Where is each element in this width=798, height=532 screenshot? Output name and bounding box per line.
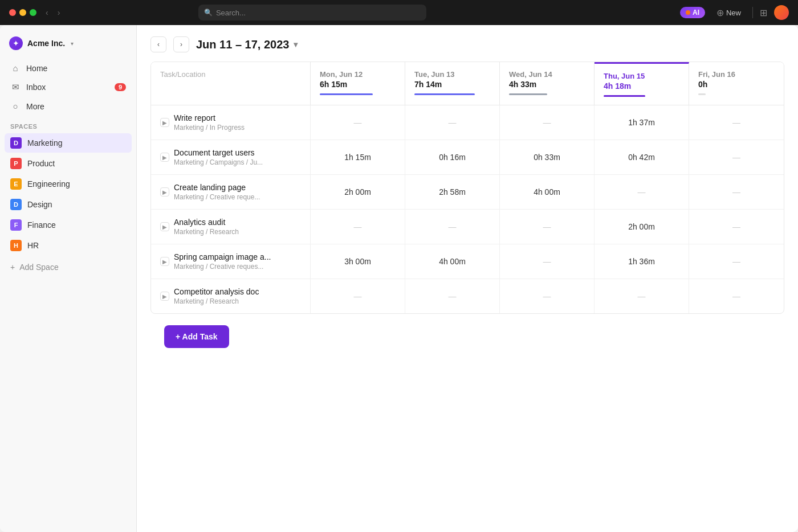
ai-badge[interactable]: AI xyxy=(680,7,705,18)
thu-day: Thu, Jun 15 xyxy=(604,72,679,80)
finance-label: Finance xyxy=(27,220,56,230)
hr-avatar: H xyxy=(10,240,22,251)
workspace-logo: ✦ xyxy=(9,36,23,50)
sidebar-nav: ⌂ Home ✉ Inbox 9 ○ More xyxy=(0,59,136,116)
engineering-avatar: E xyxy=(10,178,22,190)
tue-day: Tue, Jun 13 xyxy=(414,70,490,79)
task-name-competitor-analysis: Competitor analysis doc xyxy=(174,287,259,296)
space-item-product[interactable]: P Product xyxy=(5,154,132,173)
new-button[interactable]: ⊕ New xyxy=(712,5,746,21)
time-write-report-wed: — xyxy=(500,105,595,140)
task-cell-write-report: ▶ Write report Marketing / In Progress xyxy=(151,105,311,140)
time-analytics-audit-tue: — xyxy=(405,210,500,244)
expand-competitor-analysis[interactable]: ▶ xyxy=(160,292,169,301)
space-item-marketing[interactable]: D Marketing xyxy=(5,133,132,153)
task-location-analytics-audit: Marketing / Research xyxy=(174,228,239,236)
back-arrow[interactable]: ‹ xyxy=(43,7,51,18)
table-row: ▶ Document target users Marketing / Camp… xyxy=(151,140,784,175)
window-controls xyxy=(9,9,36,16)
time-competitor-analysis-wed: — xyxy=(500,279,595,313)
fri-header: Fri, Jun 16 0h xyxy=(689,62,784,105)
wed-header: Wed, Jun 14 4h 33m xyxy=(500,62,595,105)
add-space-item[interactable]: + Add Space xyxy=(0,259,136,276)
sidebar-item-inbox[interactable]: ✉ Inbox 9 xyxy=(5,78,132,96)
content-header: ‹ › Jun 11 – 17, 2023 ▾ xyxy=(137,25,798,52)
sidebar-inbox-label: Inbox xyxy=(26,83,109,92)
space-item-design[interactable]: D Design xyxy=(5,195,132,214)
next-week-button[interactable]: › xyxy=(173,36,189,52)
titlebar-right: AI ⊕ New ⊞ xyxy=(680,5,789,21)
space-item-finance[interactable]: F Finance xyxy=(5,215,132,235)
ai-indicator xyxy=(686,10,690,15)
time-write-report-tue: — xyxy=(405,105,500,140)
minimize-dot[interactable] xyxy=(19,9,26,16)
search-placeholder: Search... xyxy=(216,9,421,17)
time-competitor-analysis-mon: — xyxy=(311,279,405,313)
time-competitor-analysis-tue: — xyxy=(405,279,500,313)
app-body: ✦ Acme Inc. ▾ ⌂ Home ✉ Inbox 9 ○ More Sp… xyxy=(0,25,798,532)
time-analytics-audit-fri: — xyxy=(689,210,784,244)
new-label: New xyxy=(726,9,741,17)
time-landing-page-mon: 2h 00m xyxy=(311,175,405,209)
time-document-target-tue: 0h 16m xyxy=(405,140,500,174)
fri-bar xyxy=(698,93,706,95)
time-landing-page-thu: — xyxy=(595,175,689,209)
main-content: ‹ › Jun 11 – 17, 2023 ▾ Task/Location Mo… xyxy=(137,25,798,532)
search-bar[interactable]: 🔍 Search... xyxy=(198,5,426,21)
sidebar: ✦ Acme Inc. ▾ ⌂ Home ✉ Inbox 9 ○ More Sp… xyxy=(0,25,137,532)
close-dot[interactable] xyxy=(9,9,16,16)
wed-hours: 4h 33m xyxy=(509,80,585,89)
sidebar-item-home[interactable]: ⌂ Home xyxy=(5,59,132,77)
product-avatar: P xyxy=(10,158,22,169)
prev-week-button[interactable]: ‹ xyxy=(150,36,166,52)
task-location-landing-page: Marketing / Creative reque... xyxy=(174,193,260,201)
task-column-header: Task/Location xyxy=(151,62,311,105)
space-item-hr[interactable]: H HR xyxy=(5,236,132,255)
add-space-label: Add Space xyxy=(19,263,59,272)
time-document-target-thu: 0h 42m xyxy=(595,140,689,174)
time-spring-campaign-fri: — xyxy=(689,244,784,279)
expand-spring-campaign[interactable]: ▶ xyxy=(160,257,169,266)
time-landing-page-fri: — xyxy=(689,175,784,209)
time-spring-campaign-tue: 4h 00m xyxy=(405,244,500,279)
date-range-display[interactable]: Jun 11 – 17, 2023 ▾ xyxy=(196,38,298,51)
sidebar-item-more[interactable]: ○ More xyxy=(5,97,132,115)
marketing-label: Marketing xyxy=(27,138,62,148)
time-spring-campaign-thu: 1h 36m xyxy=(595,244,689,279)
table-row: ▶ Analytics audit Marketing / Research —… xyxy=(151,210,784,244)
table-row: ▶ Competitor analysis doc Marketing / Re… xyxy=(151,279,784,313)
task-name-write-report: Write report xyxy=(174,113,245,122)
expand-write-report[interactable]: ▶ xyxy=(160,118,169,127)
inbox-badge: 9 xyxy=(115,83,126,91)
maximize-dot[interactable] xyxy=(30,9,36,16)
forward-arrow[interactable]: › xyxy=(55,7,63,18)
sidebar-home-label: Home xyxy=(26,64,126,73)
time-analytics-audit-wed: — xyxy=(500,210,595,244)
workspace-header[interactable]: ✦ Acme Inc. ▾ xyxy=(0,32,136,59)
tue-bar xyxy=(414,93,475,95)
tue-header: Tue, Jun 13 7h 14m xyxy=(405,62,500,105)
space-item-engineering[interactable]: E Engineering xyxy=(5,174,132,194)
grid-icon[interactable]: ⊞ xyxy=(760,7,767,18)
wed-bar xyxy=(509,93,547,95)
more-icon: ○ xyxy=(10,101,21,111)
time-write-report-thu: 1h 37m xyxy=(595,105,689,140)
time-analytics-audit-mon: — xyxy=(311,210,405,244)
table-row: ▶ Spring campaign image a... Marketing /… xyxy=(151,244,784,279)
add-task-button[interactable]: + Add Task xyxy=(164,325,229,348)
avatar[interactable] xyxy=(774,5,789,20)
time-document-target-mon: 1h 15m xyxy=(311,140,405,174)
inbox-icon: ✉ xyxy=(10,82,21,92)
add-space-plus-icon: + xyxy=(10,263,15,272)
marketing-avatar: D xyxy=(10,137,22,149)
table-header: Task/Location Mon, Jun 12 6h 15m Tue, Ju… xyxy=(151,62,784,105)
expand-analytics-audit[interactable]: ▶ xyxy=(160,222,169,231)
mon-day: Mon, Jun 12 xyxy=(320,70,396,79)
new-plus-icon: ⊕ xyxy=(716,7,724,18)
expand-document-target[interactable]: ▶ xyxy=(160,153,169,162)
time-write-report-fri: — xyxy=(689,105,784,140)
task-name-spring-campaign: Spring campaign image a... xyxy=(174,252,271,261)
table-row: ▶ Write report Marketing / In Progress —… xyxy=(151,105,784,140)
task-location-document-target: Marketing / Campaigns / Ju... xyxy=(174,158,263,166)
expand-landing-page[interactable]: ▶ xyxy=(160,187,169,197)
